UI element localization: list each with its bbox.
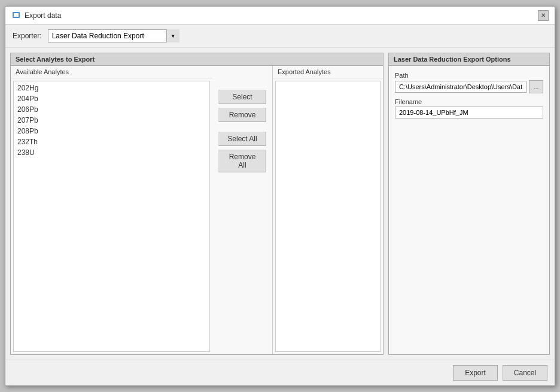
cancel-button[interactable]: Cancel [503, 365, 547, 381]
filename-field: Filename [395, 98, 543, 118]
export-dialog: Export data ✕ Exporter: Laser Data Reduc… [5, 6, 555, 386]
list-item[interactable]: 238U [15, 147, 208, 158]
dialog-icon [11, 11, 21, 20]
right-panel: Laser Data Reduction Export Options Path… [388, 53, 550, 355]
left-panel-header: Select Analytes to Export [11, 53, 383, 66]
remove-button[interactable]: Remove [218, 108, 266, 122]
exported-analytes-section: Exported Analytes [272, 66, 383, 354]
footer: Export Cancel [5, 360, 555, 385]
remove-all-button[interactable]: Remove All [218, 150, 266, 172]
right-panel-body: Path ... Filename [389, 66, 549, 124]
list-item[interactable]: 202Hg [15, 83, 208, 93]
exporter-select[interactable]: Laser Data Reduction Export [48, 29, 179, 42]
right-panel-header: Laser Data Reduction Export Options [389, 53, 549, 66]
exporter-select-wrapper[interactable]: Laser Data Reduction Export ▼ [48, 29, 179, 42]
list-item[interactable]: 207Pb [15, 115, 208, 126]
path-label: Path [395, 72, 543, 79]
path-row: ... [395, 80, 543, 93]
select-all-button[interactable]: Select All [218, 132, 266, 146]
list-item[interactable]: 232Th [15, 136, 208, 147]
path-input[interactable] [395, 81, 526, 93]
title-bar: Export data ✕ [5, 7, 555, 25]
exported-analytes-header: Exported Analytes [273, 66, 383, 78]
main-content: Select Analytes to Export Available Anal… [5, 48, 555, 360]
analytes-content: Available Analytes 202Hg204Pb206Pb207Pb2… [11, 66, 383, 354]
dialog-title: Export data [25, 11, 61, 20]
list-item[interactable]: 206Pb [15, 104, 208, 115]
browse-button[interactable]: ... [529, 80, 543, 93]
available-analytes-section: Available Analytes 202Hg204Pb206Pb207Pb2… [11, 66, 212, 354]
select-button[interactable]: Select [218, 90, 266, 104]
transfer-buttons: Select Remove Select All Remove All [212, 66, 272, 354]
left-panel: Select Analytes to Export Available Anal… [10, 53, 384, 355]
exported-analytes-list[interactable] [275, 81, 381, 352]
filename-label: Filename [395, 98, 543, 105]
svg-rect-1 [14, 13, 19, 17]
filename-input[interactable] [395, 107, 543, 118]
exporter-row: Exporter: Laser Data Reduction Export ▼ [5, 25, 555, 48]
list-item[interactable]: 208Pb [15, 126, 208, 136]
list-item[interactable]: 204Pb [15, 93, 208, 104]
close-button[interactable]: ✕ [538, 10, 549, 21]
export-button[interactable]: Export [453, 365, 498, 381]
title-bar-left: Export data [11, 11, 61, 20]
exporter-label: Exporter: [13, 32, 42, 40]
path-field: Path ... [395, 72, 543, 93]
available-analytes-header: Available Analytes [11, 66, 212, 78]
available-analytes-list[interactable]: 202Hg204Pb206Pb207Pb208Pb232Th238U [13, 81, 210, 352]
